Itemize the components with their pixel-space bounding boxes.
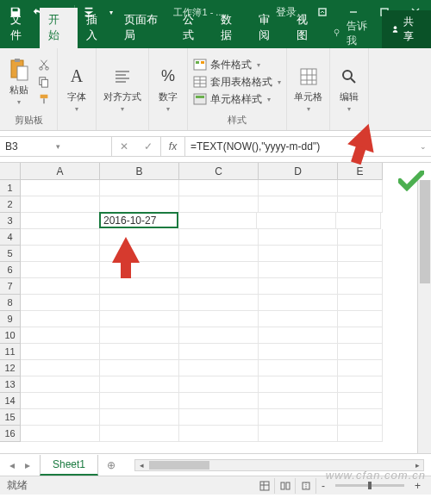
- cell-C15[interactable]: [179, 409, 259, 426]
- cell-A5[interactable]: [21, 246, 100, 262]
- table-format-button[interactable]: 套用表格格式▾: [193, 75, 281, 90]
- cell-D12[interactable]: [259, 360, 338, 376]
- cell-C8[interactable]: [179, 295, 259, 311]
- sheet-tab-1[interactable]: Sheet1: [40, 455, 98, 476]
- cell-C13[interactable]: [179, 376, 259, 393]
- cell-B11[interactable]: [100, 344, 179, 360]
- cell-E8[interactable]: [338, 295, 383, 311]
- cell-D13[interactable]: [259, 376, 338, 393]
- copy-icon[interactable]: [36, 74, 52, 90]
- name-box[interactable]: B3 ▾: [0, 137, 112, 156]
- row-header-1[interactable]: 1: [0, 180, 21, 196]
- cell-B16[interactable]: [100, 426, 179, 442]
- name-box-dropdown-icon[interactable]: ▾: [56, 142, 107, 151]
- cell-C14[interactable]: [179, 393, 259, 409]
- cell-A12[interactable]: [21, 360, 100, 376]
- cell-A13[interactable]: [21, 376, 100, 393]
- tab-home[interactable]: 开始: [40, 8, 78, 48]
- cell-B9[interactable]: [100, 311, 179, 327]
- format-painter-icon[interactable]: [36, 91, 52, 107]
- cell-D5[interactable]: [259, 246, 338, 262]
- col-header-B[interactable]: B: [100, 163, 179, 180]
- sheet-nav-prev-icon[interactable]: ◂: [5, 458, 19, 472]
- cell-D1[interactable]: [259, 180, 338, 196]
- col-header-A[interactable]: A: [21, 163, 100, 180]
- cell-styles-button[interactable]: 单元格样式▾: [193, 92, 281, 107]
- col-header-C[interactable]: C: [179, 163, 259, 180]
- cell-D2[interactable]: [259, 196, 338, 213]
- cell-E2[interactable]: [338, 196, 383, 213]
- row-header-16[interactable]: 16: [0, 426, 21, 442]
- cell-D15[interactable]: [259, 409, 338, 426]
- cell-D7[interactable]: [259, 278, 338, 295]
- cell-D10[interactable]: [259, 327, 338, 344]
- conditional-format-button[interactable]: 条件格式▾: [193, 58, 281, 72]
- page-break-view-icon[interactable]: [297, 478, 316, 494]
- page-layout-view-icon[interactable]: [277, 478, 296, 494]
- tab-layout[interactable]: 页面布局: [116, 8, 174, 48]
- tell-me[interactable]: 告诉我: [325, 19, 382, 48]
- cell-E5[interactable]: [338, 246, 383, 262]
- row-header-11[interactable]: 11: [0, 344, 21, 360]
- cell-C1[interactable]: [179, 180, 259, 196]
- zoom-slider[interactable]: [335, 484, 404, 487]
- tab-formulas[interactable]: 公式: [174, 8, 212, 48]
- cell-E4[interactable]: [338, 229, 383, 246]
- row-header-14[interactable]: 14: [0, 393, 21, 409]
- cell-B14[interactable]: [100, 393, 179, 409]
- row-header-4[interactable]: 4: [0, 229, 21, 246]
- cell-B10[interactable]: [100, 327, 179, 344]
- cell-C6[interactable]: [179, 262, 259, 278]
- number-button[interactable]: % 数字 ▾: [154, 63, 182, 115]
- cell-C9[interactable]: [179, 311, 259, 327]
- cell-D11[interactable]: [259, 344, 338, 360]
- cell-A11[interactable]: [21, 344, 100, 360]
- row-header-12[interactable]: 12: [0, 360, 21, 376]
- cell-A16[interactable]: [21, 426, 100, 442]
- cell-E10[interactable]: [338, 327, 383, 344]
- worksheet-grid[interactable]: A B C D E 1232016-10-2745678910111213141…: [0, 162, 431, 453]
- cell-D4[interactable]: [259, 229, 338, 246]
- cancel-formula-icon[interactable]: ✕: [112, 140, 136, 152]
- row-header-7[interactable]: 7: [0, 278, 21, 295]
- cell-E14[interactable]: [338, 393, 383, 409]
- cell-B1[interactable]: [100, 180, 179, 196]
- cell-C10[interactable]: [179, 327, 259, 344]
- cell-E16[interactable]: [338, 426, 383, 442]
- cell-D3[interactable]: [257, 213, 336, 229]
- tab-file[interactable]: 文件: [2, 8, 40, 48]
- paste-button[interactable]: 粘贴 ▾: [5, 56, 33, 108]
- share-button[interactable]: 共享: [382, 10, 431, 48]
- alignment-button[interactable]: 对齐方式 ▾: [102, 63, 143, 115]
- cell-B2[interactable]: [100, 196, 179, 213]
- cell-A15[interactable]: [21, 409, 100, 426]
- cell-C5[interactable]: [179, 246, 259, 262]
- cell-C11[interactable]: [179, 344, 259, 360]
- select-all-corner[interactable]: [0, 163, 21, 180]
- font-button[interactable]: A 字体 ▾: [63, 63, 91, 115]
- cell-B6[interactable]: [100, 262, 179, 278]
- vertical-scrollbar[interactable]: [417, 180, 431, 453]
- editing-button[interactable]: 编辑 ▾: [335, 63, 363, 115]
- enter-formula-icon[interactable]: ✓: [136, 140, 160, 152]
- row-header-3[interactable]: 3: [0, 213, 21, 229]
- cell-E13[interactable]: [338, 376, 383, 393]
- cell-A4[interactable]: [21, 229, 100, 246]
- cell-B12[interactable]: [100, 360, 179, 376]
- hscroll-thumb[interactable]: [149, 461, 209, 470]
- tab-insert[interactable]: 插入: [78, 8, 116, 48]
- cell-E15[interactable]: [338, 409, 383, 426]
- cell-D8[interactable]: [259, 295, 338, 311]
- cell-E11[interactable]: [338, 344, 383, 360]
- cell-E3[interactable]: [336, 213, 381, 229]
- col-header-D[interactable]: D: [259, 163, 338, 180]
- row-header-10[interactable]: 10: [0, 327, 21, 344]
- col-header-E[interactable]: E: [338, 163, 383, 180]
- row-header-2[interactable]: 2: [0, 196, 21, 213]
- row-header-13[interactable]: 13: [0, 376, 21, 393]
- cell-A9[interactable]: [21, 311, 100, 327]
- cell-C2[interactable]: [179, 196, 259, 213]
- cell-D14[interactable]: [259, 393, 338, 409]
- cell-B8[interactable]: [100, 295, 179, 311]
- tab-review[interactable]: 审阅: [250, 8, 288, 48]
